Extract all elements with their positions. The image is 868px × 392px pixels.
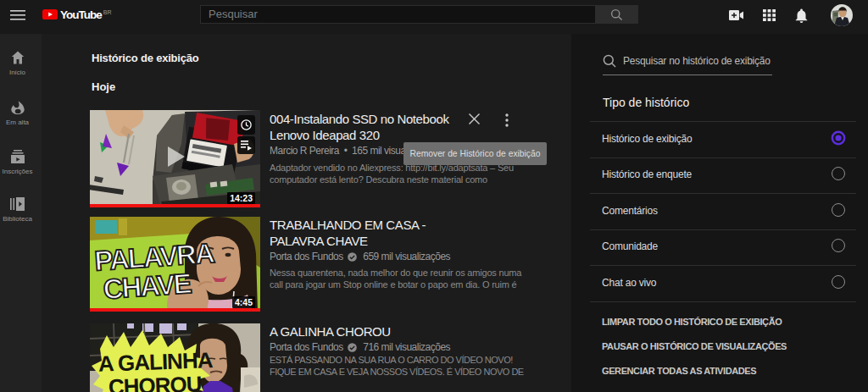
svg-text:CHAVE: CHAVE (102, 268, 192, 305)
svg-text:CHOROU: CHOROU (108, 372, 202, 392)
